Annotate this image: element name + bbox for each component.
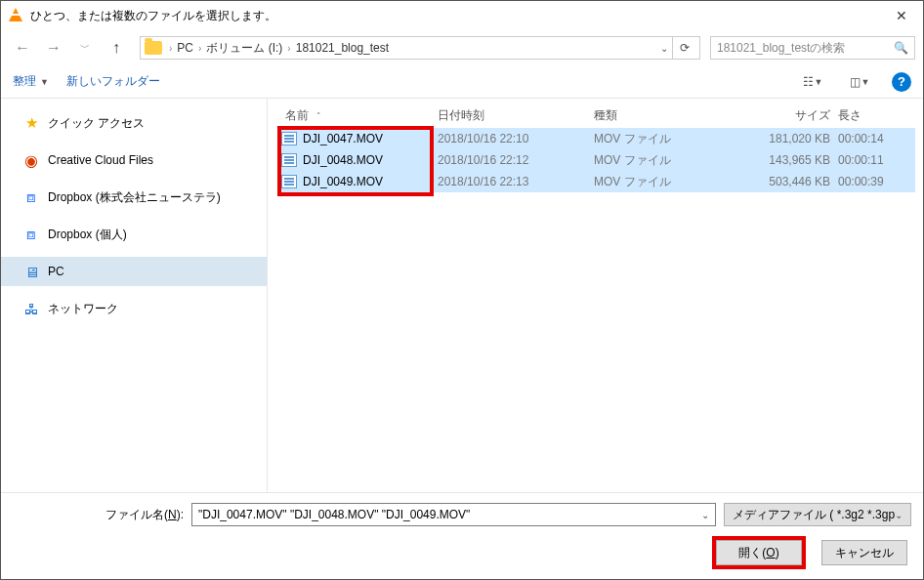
star-icon: ★: [22, 115, 40, 131]
filetype-filter[interactable]: メディアファイル ( *.3g2 *.3gp *.3gp ⌄: [724, 503, 911, 526]
filename-label-key: N: [168, 508, 177, 521]
filename-label-pre: ファイル名(: [105, 508, 168, 521]
file-icon: [281, 175, 297, 188]
file-type: MOV ファイル: [594, 152, 740, 169]
filename-value: "DJI_0047.MOV" "DJI_0048.MOV" "DJI_0049.…: [198, 508, 470, 521]
file-name: DJI_0049.MOV: [303, 175, 438, 188]
sidebar-item-network[interactable]: 🖧 ネットワーク: [1, 294, 267, 323]
sidebar-item-creative-cloud[interactable]: ◉ Creative Cloud Files: [1, 145, 267, 175]
chevron-down-icon: ⌄: [895, 510, 903, 520]
main-area: ★ クイック アクセス ◉ Creative Cloud Files ⧈ Dro…: [1, 99, 923, 492]
open-pre: 開く(: [738, 545, 766, 561]
file-length: 00:00:11: [838, 153, 915, 167]
sidebar-item-label: Creative Cloud Files: [48, 153, 153, 167]
folder-icon: [145, 41, 162, 55]
file-length: 00:00:39: [838, 175, 915, 188]
search-input[interactable]: 181021_blog_testの検索 🔍: [710, 36, 915, 60]
file-size: 503,446 KB: [740, 175, 838, 188]
titlebar: ひとつ、または複数のファイルを選択します。 ✕: [1, 1, 923, 30]
creative-cloud-icon: ◉: [22, 152, 40, 168]
file-icon: [281, 132, 297, 145]
file-type: MOV ファイル: [594, 174, 740, 190]
filter-label: メディアファイル ( *.3g2 *.3gp *.3gp: [733, 507, 895, 523]
file-date: 2018/10/16 22:13: [438, 175, 594, 188]
chevron-right-icon: ›: [166, 43, 175, 54]
filename-label: ファイル名(N):: [13, 507, 184, 523]
help-button[interactable]: ?: [892, 72, 911, 92]
header-date[interactable]: 日付時刻: [438, 107, 594, 124]
sidebar-item-label: Dropbox (株式会社ニューステラ): [48, 189, 221, 206]
vlc-cone-icon: [9, 8, 24, 23]
file-pane: 名前 ˄ 日付時刻 種類 サイズ 長さ DJI_0047.MOV 2018/10…: [268, 99, 923, 492]
breadcrumb-segment[interactable]: PC: [175, 41, 195, 55]
close-button[interactable]: ✕: [879, 1, 923, 30]
sidebar-item-label: Dropbox (個人): [48, 227, 127, 243]
dropbox-icon: ⧈: [22, 189, 40, 205]
sidebar-item-label: ネットワーク: [48, 301, 118, 317]
dropbox-icon: ⧈: [22, 227, 40, 242]
organize-label: 整理: [13, 73, 36, 90]
new-folder-label: 新しいフォルダー: [66, 73, 160, 90]
breadcrumb-bar[interactable]: › PC › ボリューム (I:) › 181021_blog_test ⌄ ⟳: [140, 36, 700, 60]
file-name: DJI_0047.MOV: [303, 132, 438, 145]
header-length[interactable]: 長さ: [838, 107, 915, 124]
view-mode-button[interactable]: ☷ ▼: [798, 70, 827, 94]
file-type: MOV ファイル: [594, 131, 740, 147]
dialog-footer: ファイル名(N): "DJI_0047.MOV" "DJI_0048.MOV" …: [1, 492, 923, 579]
header-name-label: 名前: [285, 107, 309, 124]
list-icon: ☷: [803, 75, 814, 89]
search-icon: 🔍: [894, 41, 908, 55]
file-date: 2018/10/16 22:10: [438, 132, 594, 145]
refresh-button[interactable]: ⟳: [672, 36, 695, 60]
open-key: O: [766, 546, 775, 559]
recent-dropdown[interactable]: ﹀: [71, 34, 99, 62]
file-size: 181,020 KB: [740, 132, 838, 145]
sidebar-item-label: クイック アクセス: [48, 115, 145, 132]
up-button[interactable]: ↑: [103, 34, 130, 62]
panel-icon: ◫: [850, 75, 861, 89]
network-icon: 🖧: [22, 301, 40, 316]
file-row[interactable]: DJI_0047.MOV 2018/10/16 22:10 MOV ファイル 1…: [277, 128, 915, 149]
open-post: ): [776, 546, 779, 559]
file-date: 2018/10/16 22:12: [438, 153, 594, 167]
open-button-wrap: 開く(O): [712, 536, 806, 569]
file-row[interactable]: DJI_0049.MOV 2018/10/16 22:13 MOV ファイル 5…: [277, 171, 915, 192]
chevron-down-icon: ▼: [861, 77, 870, 87]
open-button[interactable]: 開く(O): [716, 540, 802, 565]
chevron-down-icon: ▼: [40, 77, 49, 87]
sidebar-item-dropbox-work[interactable]: ⧈ Dropbox (株式会社ニューステラ): [1, 183, 267, 212]
file-open-dialog: ひとつ、または複数のファイルを選択します。 ✕ ← → ﹀ ↑ › PC › ボ…: [0, 0, 924, 580]
sidebar-item-pc[interactable]: 🖥 PC: [1, 257, 267, 286]
file-name: DJI_0048.MOV: [303, 153, 438, 167]
column-headers: 名前 ˄ 日付時刻 種類 サイズ 長さ: [277, 104, 915, 128]
file-size: 143,965 KB: [740, 153, 838, 167]
chevron-right-icon: ›: [284, 43, 293, 54]
header-type[interactable]: 種類: [594, 107, 740, 124]
header-size[interactable]: サイズ: [740, 107, 838, 124]
preview-pane-button[interactable]: ◫ ▼: [845, 70, 874, 94]
chevron-down-icon[interactable]: ⌄: [701, 510, 709, 520]
sidebar-item-dropbox-personal[interactable]: ⧈ Dropbox (個人): [1, 220, 267, 249]
forward-button[interactable]: →: [40, 34, 67, 62]
toolbar: 整理 ▼ 新しいフォルダー ☷ ▼ ◫ ▼ ?: [1, 65, 923, 99]
window-title: ひとつ、または複数のファイルを選択します。: [30, 8, 879, 24]
filename-label-post: ):: [177, 508, 184, 521]
file-length: 00:00:14: [838, 132, 915, 145]
chevron-down-icon[interactable]: ⌄: [656, 43, 672, 54]
back-button[interactable]: ←: [9, 34, 36, 62]
chevron-down-icon: ▼: [815, 77, 823, 87]
breadcrumb-segment[interactable]: 181021_blog_test: [294, 41, 391, 55]
nav-row: ← → ﹀ ↑ › PC › ボリューム (I:) › 181021_blog_…: [1, 30, 923, 65]
new-folder-button[interactable]: 新しいフォルダー: [66, 73, 160, 90]
file-list: DJI_0047.MOV 2018/10/16 22:10 MOV ファイル 1…: [277, 128, 915, 492]
breadcrumb-segment[interactable]: ボリューム (I:): [204, 40, 284, 57]
header-name[interactable]: 名前 ˄: [281, 107, 438, 124]
cancel-button[interactable]: キャンセル: [821, 540, 907, 565]
organize-menu[interactable]: 整理 ▼: [13, 73, 49, 90]
sidebar: ★ クイック アクセス ◉ Creative Cloud Files ⧈ Dro…: [1, 99, 268, 492]
filename-input[interactable]: "DJI_0047.MOV" "DJI_0048.MOV" "DJI_0049.…: [191, 503, 716, 526]
file-icon: [281, 153, 297, 167]
file-row[interactable]: DJI_0048.MOV 2018/10/16 22:12 MOV ファイル 1…: [277, 149, 915, 171]
sidebar-item-quick-access[interactable]: ★ クイック アクセス: [1, 108, 267, 138]
chevron-right-icon: ›: [195, 43, 204, 54]
